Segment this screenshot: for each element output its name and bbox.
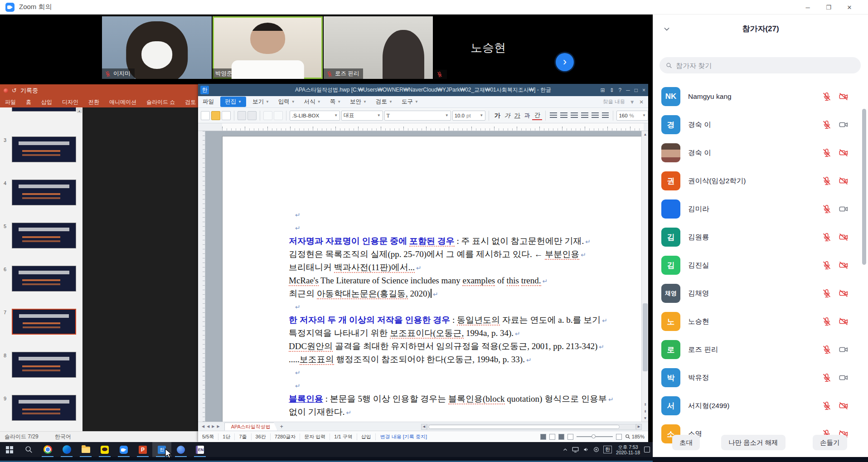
- tray-chevron-icon[interactable]: [563, 447, 568, 452]
- ppt-tab-검토[interactable]: 검토: [180, 98, 198, 106]
- volume-icon[interactable]: [583, 447, 589, 452]
- mic-muted-icon[interactable]: [822, 120, 832, 130]
- line-spacing-icon[interactable]: [602, 112, 609, 119]
- participant-row[interactable]: 경숙 이: [653, 139, 868, 167]
- new-tab-button[interactable]: +: [280, 423, 283, 430]
- hwp-menu-보기[interactable]: 보기▼: [248, 97, 274, 107]
- participant-row[interactable]: 채영 김채영: [653, 279, 868, 307]
- mic-muted-icon[interactable]: [822, 92, 832, 102]
- mic-muted-icon[interactable]: [822, 176, 832, 186]
- participant-search-input[interactable]: [676, 62, 854, 69]
- close-find-icon[interactable]: ✕: [639, 99, 644, 105]
- view-mode-3-icon[interactable]: [558, 434, 564, 440]
- horizontal-scrollbar[interactable]: ◀ ▶: [421, 423, 642, 430]
- slide-thumbnail-3[interactable]: [12, 136, 76, 162]
- preset-combo[interactable]: 대표▼: [341, 111, 383, 121]
- scrollbar-thumb[interactable]: [862, 109, 866, 265]
- taskbar-start-button[interactable]: [0, 442, 19, 457]
- maximize-button[interactable]: □: [635, 87, 638, 93]
- view-mode-1-icon[interactable]: [540, 434, 546, 440]
- taskbar-endnote-icon[interactable]: EN: [190, 442, 209, 457]
- taskbar-edge-icon[interactable]: [57, 442, 76, 457]
- participant-row[interactable]: NK Namgyu kang: [653, 83, 868, 111]
- slide-thumbnail-partial[interactable]: [12, 107, 76, 112]
- new-document-icon[interactable]: [201, 111, 210, 120]
- minimize-button[interactable]: ─: [797, 0, 818, 15]
- zoom-slider[interactable]: [577, 436, 613, 437]
- participant-row[interactable]: 김미라: [653, 195, 868, 223]
- mic-muted-icon[interactable]: [822, 260, 832, 270]
- minimize-button[interactable]: ─: [626, 87, 630, 93]
- camera-off-icon[interactable]: [838, 288, 849, 298]
- participant-row[interactable]: 서 서지형(2499): [653, 392, 868, 420]
- mic-muted-icon[interactable]: [822, 204, 832, 214]
- scroll-up-icon[interactable]: ▲: [77, 108, 82, 113]
- mic-muted-icon[interactable]: [822, 316, 832, 326]
- char-style-button[interactable]: 과: [522, 112, 532, 120]
- participant-row[interactable]: 노 노승현: [653, 307, 868, 336]
- video-tile[interactable]: 이지미: [102, 16, 212, 79]
- slide-thumbnail-4[interactable]: [12, 180, 76, 205]
- video-tile[interactable]: 노승현: [434, 16, 543, 79]
- chevron-down-icon[interactable]: [663, 25, 670, 34]
- hwp-menu-편집[interactable]: 편집▼: [220, 97, 246, 107]
- zoom-percentage[interactable]: 185%: [632, 434, 645, 439]
- scrollbar-thumb[interactable]: [643, 303, 648, 371]
- save-icon[interactable]: [222, 111, 231, 120]
- layout-icon[interactable]: ⊞: [600, 87, 605, 93]
- zoom-slider-knob[interactable]: [592, 434, 596, 438]
- view-mode-2-icon[interactable]: [549, 434, 555, 440]
- notification-center-icon[interactable]: [644, 447, 650, 452]
- ppt-tab-디자인[interactable]: 디자인: [57, 98, 83, 106]
- document-tab[interactable]: APA스타일작성법: [224, 423, 277, 431]
- raise-hand-button[interactable]: 손들기: [813, 435, 847, 450]
- page-up-icon[interactable]: ⇞: [642, 401, 648, 408]
- scroll-down-icon[interactable]: ▼: [642, 415, 648, 422]
- participant-row[interactable]: 김 김원룡: [653, 223, 868, 251]
- open-icon[interactable]: [211, 111, 220, 120]
- hwp-menu-쪽[interactable]: 쪽▼: [325, 97, 345, 107]
- track-changes-status[interactable]: 변경 내용 [기록 중지]: [376, 433, 432, 440]
- taskbar-blue-globe-icon[interactable]: [171, 442, 190, 457]
- page-down-icon[interactable]: ⇟: [642, 408, 648, 415]
- hwp-menu-파일[interactable]: 파일: [198, 97, 218, 107]
- next-tab-icon[interactable]: ▶: [212, 424, 214, 428]
- taskbar-zoom-icon[interactable]: [114, 442, 133, 457]
- scroll-up-icon[interactable]: ▲: [642, 131, 648, 138]
- close-button[interactable]: ✕: [839, 0, 860, 15]
- hwp-menu-서식[interactable]: 서식▼: [300, 97, 325, 107]
- taskbar-kakaotalk-icon[interactable]: [95, 442, 114, 457]
- slide-thumbnail-9[interactable]: [12, 395, 76, 421]
- taskbar-powerpoint-icon[interactable]: P: [133, 442, 152, 457]
- find-input[interactable]: 찾을 내용: [603, 98, 625, 105]
- scrollbar-thumb[interactable]: [428, 425, 620, 429]
- camera-off-icon[interactable]: [838, 232, 849, 242]
- slide-thumbnail-8[interactable]: [12, 352, 76, 378]
- taskbar-explorer-icon[interactable]: [76, 442, 95, 457]
- camera-on-icon[interactable]: [838, 345, 849, 355]
- participant-row[interactable]: 권 권이삭(임상2학기): [653, 167, 868, 195]
- align-right-icon[interactable]: [581, 112, 588, 119]
- next-participants-button[interactable]: ›: [556, 53, 574, 71]
- font-size-combo[interactable]: 10.0pt▼: [452, 111, 486, 121]
- zoom-combo[interactable]: 160%▼: [616, 111, 648, 121]
- zoom-in-icon[interactable]: [616, 434, 622, 440]
- taskbar-search-button[interactable]: [19, 442, 38, 457]
- mic-muted-icon[interactable]: [822, 148, 832, 158]
- first-tab-icon[interactable]: ◀: [202, 424, 204, 428]
- hwp-menu-입력[interactable]: 입력▼: [274, 97, 300, 107]
- char-color-button[interactable]: 간: [532, 111, 542, 120]
- camera-off-icon[interactable]: [838, 176, 849, 186]
- style-combo[interactable]: .S-LIB-BOX▼: [290, 111, 340, 121]
- undo-icon[interactable]: ↺: [12, 87, 17, 94]
- underline-button[interactable]: 가: [512, 112, 522, 120]
- hwp-menu-검토[interactable]: 검토▼: [371, 97, 397, 107]
- mic-muted-icon[interactable]: [822, 345, 832, 355]
- mic-muted-icon[interactable]: [822, 232, 832, 242]
- camera-off-icon[interactable]: [838, 316, 849, 326]
- taskbar-chrome-icon[interactable]: [38, 442, 57, 457]
- camera-off-icon[interactable]: [838, 92, 849, 102]
- maximize-button[interactable]: ❐: [818, 0, 839, 15]
- undo-icon[interactable]: [263, 111, 272, 120]
- hwp-menu-도구[interactable]: 도구▼: [397, 97, 423, 107]
